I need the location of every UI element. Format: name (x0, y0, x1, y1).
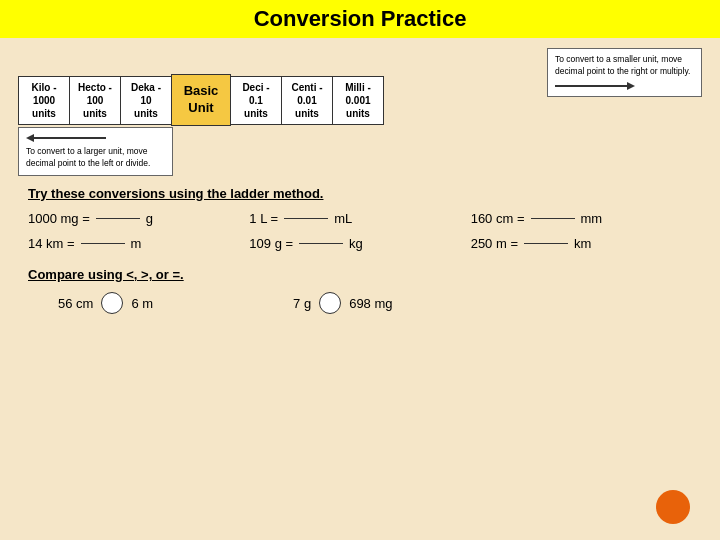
blank-0 (96, 218, 140, 219)
compare-item-0: 56 cm 6 m (58, 292, 153, 314)
conversion-item-4: 109 g = kg (249, 236, 470, 251)
compare-circle-1 (319, 292, 341, 314)
compare-circle-0 (101, 292, 123, 314)
conversion-item-0: 1000 mg = g (28, 211, 249, 226)
page-title: Conversion Practice (0, 0, 720, 38)
try-heading: Try these conversions using the ladder m… (28, 186, 692, 201)
conversion-item-5: 250 m = km (471, 236, 692, 251)
conversion-item-1: 1 L = mL (249, 211, 470, 226)
ladder-diagram: Kilo -1000units Hecto -100units Deka -10… (18, 74, 384, 126)
basic-unit-box: BasicUnit (171, 74, 231, 126)
milli-box: Milli -0.001units (332, 76, 384, 125)
svg-marker-3 (26, 134, 34, 142)
hecto-box: Hecto -100units (69, 76, 121, 125)
centi-box: Centi -0.01units (281, 76, 333, 125)
blank-4 (299, 243, 343, 244)
conversion-grid: 1000 mg = g 1 L = mL 160 cm = mm 14 km =… (28, 211, 692, 251)
deka-box: Deka -10units (120, 76, 172, 125)
conversion-item-3: 14 km = m (28, 236, 249, 251)
compare-heading: Compare using <, >, or =. (28, 267, 692, 282)
orange-circle-decoration (656, 490, 690, 524)
conversion-item-2: 160 cm = mm (471, 211, 692, 226)
compare-row: 56 cm 6 m 7 g 698 mg (28, 292, 692, 314)
compare-item-1: 7 g 698 mg (293, 292, 392, 314)
hint-left-box: To convert to a larger unit, move decima… (18, 127, 173, 176)
svg-marker-1 (627, 82, 635, 90)
compare-section: Compare using <, >, or =. 56 cm 6 m 7 g … (0, 267, 720, 314)
blank-3 (81, 243, 125, 244)
blank-5 (524, 243, 568, 244)
deci-box: Deci -0.1units (230, 76, 282, 125)
try-section: Try these conversions using the ladder m… (0, 178, 720, 251)
blank-1 (284, 218, 328, 219)
kilo-box: Kilo -1000units (18, 76, 70, 125)
hint-right-box: To convert to a smaller unit, move decim… (547, 48, 702, 97)
blank-2 (531, 218, 575, 219)
